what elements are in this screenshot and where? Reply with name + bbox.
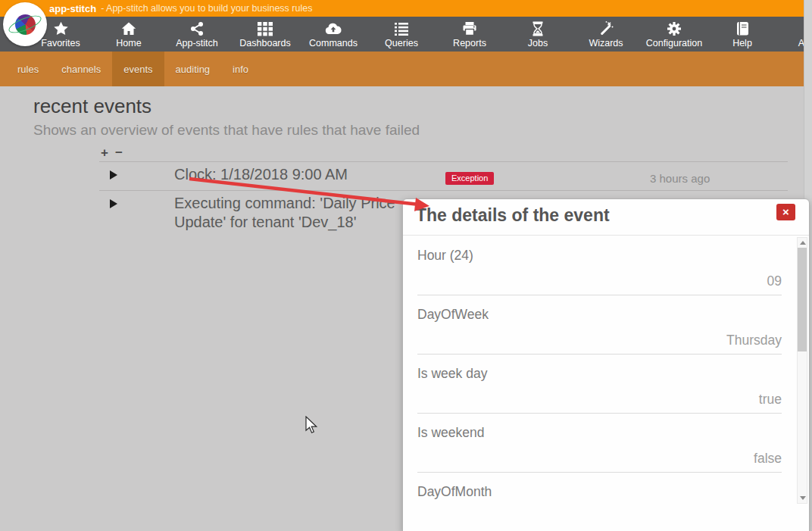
expand-caret-icon[interactable] [110, 170, 117, 180]
nav-item-label: App-stitch [176, 38, 218, 48]
nav-item-label: Configuration [646, 38, 702, 48]
subnav-item-info[interactable]: info [221, 52, 260, 86]
main-navigation: Favorites Home App-stitch Dashboards Com… [0, 17, 812, 52]
nav-item-jobs[interactable]: Jobs [504, 17, 572, 52]
gear-icon [667, 20, 682, 37]
top-brand-bar: app-stitch - App-stitch allows you to bu… [0, 0, 812, 17]
field-label: Is week day [417, 366, 487, 382]
event-timestamp: 3 hours ago [650, 172, 710, 185]
field-value: Thursday [726, 333, 782, 348]
field-label: DayOfMonth [417, 484, 492, 500]
nav-item-label: Help [732, 38, 752, 48]
field-label: Hour (24) [417, 248, 473, 264]
magic-wand-icon [598, 20, 614, 37]
event-details-modal: The details of the event × Hour (24) 09 … [402, 198, 810, 531]
home-icon [121, 20, 136, 37]
sub-navigation: rules channels events auditing info [0, 52, 812, 86]
field-row: Is week day true [417, 355, 782, 414]
modal-header: The details of the event × [403, 199, 809, 236]
scroll-up-icon[interactable] [800, 241, 806, 245]
nav-item-configuration[interactable]: Configuration [640, 17, 708, 52]
field-value: 09 [767, 273, 782, 289]
hourglass-icon [530, 20, 545, 37]
nav-item-commands[interactable]: Commands [299, 17, 367, 52]
nav-item-label: Reports [453, 38, 486, 48]
nav-item-label: Dashboards [239, 38, 290, 48]
page-subtitle: Shows an overview of events that have ru… [33, 122, 420, 139]
grid-icon [258, 20, 273, 37]
app-stitch-logo[interactable] [3, 2, 47, 46]
nav-item-label: Commands [309, 38, 358, 48]
expand-all-button[interactable]: + [101, 145, 108, 160]
event-row[interactable]: Clock: 1/18/2018 9:00 AM Exception 3 hou… [99, 162, 788, 191]
share-icon [189, 20, 205, 37]
field-row: Hour (24) 09 [417, 236, 782, 295]
nav-item-wizards[interactable]: Wizards [572, 17, 640, 52]
exception-badge: Exception [445, 172, 494, 185]
brand-name: app-stitch [49, 3, 96, 14]
star-icon [53, 20, 69, 37]
subnav-label: auditing [176, 64, 211, 75]
nav-item-help[interactable]: Help [708, 17, 776, 52]
nav-item-dashboards[interactable]: Dashboards [231, 17, 299, 52]
nav-item-label: Favorites [41, 38, 80, 48]
modal-field-list: Hour (24) 09 DayOfWeek Thursday Is week … [403, 236, 809, 504]
subnav-item-auditing[interactable]: auditing [164, 52, 222, 86]
subnav-item-events[interactable]: events [112, 52, 164, 86]
nav-item-queries[interactable]: Queries [367, 17, 436, 52]
nav-item-label: Jobs [528, 38, 548, 48]
nav-item-reports[interactable]: Reports [436, 17, 504, 52]
subnav-item-channels[interactable]: channels [50, 52, 112, 86]
close-icon[interactable]: × [776, 204, 795, 220]
printer-icon [462, 20, 477, 37]
book-icon [735, 20, 750, 37]
subnav-item-rules[interactable]: rules [6, 52, 50, 86]
field-row: Is weekend false [417, 414, 782, 473]
nav-item-app-stitch[interactable]: App-stitch [163, 17, 231, 52]
scroll-down-icon[interactable] [800, 496, 806, 500]
modal-title: The details of the event [416, 205, 610, 226]
field-label: Is weekend [417, 425, 485, 441]
app-stitch-window: { "topbar": { "brand": "app-stitch", "ta… [0, 0, 812, 531]
cloud-upload-icon [325, 20, 342, 37]
nav-item-label: Queries [385, 38, 418, 48]
subnav-label: info [233, 64, 248, 75]
nav-item-label: Wizards [589, 38, 623, 48]
modal-scrollbar[interactable] [797, 237, 807, 504]
field-value: true [759, 392, 782, 408]
collapse-all-button[interactable]: − [115, 145, 123, 160]
nav-item-label: Home [116, 38, 141, 48]
event-title: Executing command: 'Daily Price Update' … [174, 191, 418, 238]
expand-caret-icon[interactable] [110, 199, 117, 208]
field-row: DayOfMonth [417, 473, 782, 504]
list-icon [394, 20, 409, 37]
field-label: DayOfWeek [417, 307, 489, 323]
subnav-label: rules [17, 64, 39, 75]
brand-tagline: - App-stitch allows you to build your bu… [101, 3, 312, 14]
subnav-label: channels [61, 64, 101, 75]
nav-item-home[interactable]: Home [95, 17, 163, 52]
field-value: false [754, 451, 782, 467]
subnav-label: events [123, 64, 152, 75]
expand-collapse-controls: +− [101, 145, 130, 161]
field-row: DayOfWeek Thursday [417, 295, 782, 355]
page-title: recent events [33, 95, 151, 118]
scrollbar-thumb[interactable] [798, 248, 807, 351]
